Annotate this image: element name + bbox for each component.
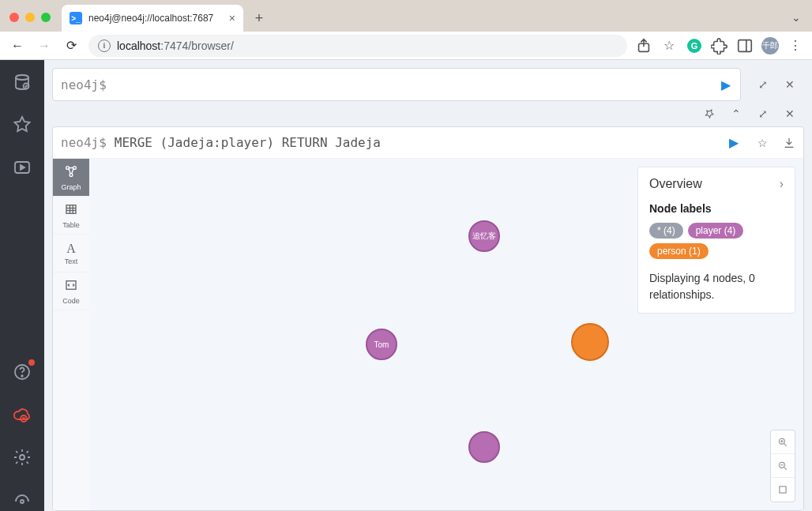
svg-rect-14 — [66, 205, 76, 213]
editor-prompt: neo4j$ — [53, 77, 115, 92]
browser-tab-strip: >_ neo4j@neo4j://localhost:7687 × + ⌄ — [0, 0, 812, 32]
rerun-button[interactable]: ▶ — [720, 135, 748, 150]
help-icon[interactable] — [11, 361, 33, 383]
database-icon[interactable] — [11, 71, 33, 93]
result-frame-toolbar: ⌃ ⤢ ✕ — [52, 106, 804, 122]
result-prompt: neo4j$ — [53, 135, 115, 150]
url-field[interactable]: i localhost:7474/browser/ — [88, 35, 627, 57]
label-pills: * (4)player (4)person (1) — [649, 223, 784, 259]
about-icon[interactable] — [11, 489, 33, 511]
guides-play-icon[interactable] — [11, 156, 33, 178]
overview-title: Overview — [649, 177, 702, 191]
collapse-up-icon[interactable]: ⌃ — [728, 106, 744, 122]
window-close-button[interactable] — [9, 13, 19, 22]
text-icon: A — [66, 242, 76, 256]
zoom-out-button[interactable] — [771, 454, 795, 478]
cloud-error-icon[interactable] — [11, 404, 33, 426]
svg-line-25 — [784, 467, 787, 469]
graph-node[interactable] — [571, 323, 609, 361]
table-icon — [64, 202, 78, 220]
graph-node[interactable]: Tom — [366, 329, 397, 360]
svg-rect-1 — [739, 39, 752, 51]
close-icon[interactable]: ✕ — [782, 106, 798, 122]
code-icon — [64, 278, 78, 295]
new-tab-button[interactable]: + — [248, 7, 270, 29]
main-editor[interactable]: neo4j$ ▶ — [52, 68, 741, 101]
share-icon[interactable] — [635, 37, 652, 54]
svg-point-7 — [21, 375, 23, 377]
overview-chevron-icon[interactable]: › — [780, 177, 784, 191]
main-editor-row: neo4j$ ▶ ⤢ ✕ — [52, 68, 804, 101]
back-button[interactable]: ← — [8, 36, 27, 55]
reload-button[interactable]: ⟳ — [62, 36, 81, 55]
graph-icon — [64, 164, 78, 182]
window-minimize-button[interactable] — [25, 13, 35, 22]
view-tabs: Graph Table A Text — [53, 159, 89, 510]
tab-label: Graph — [61, 183, 81, 191]
kebab-menu-icon[interactable]: ⋮ — [787, 37, 804, 54]
overview-panel: Overview › Node labels * (4)player (4)pe… — [637, 167, 795, 314]
tab-close-button[interactable]: × — [229, 12, 235, 24]
extensions-puzzle-icon[interactable] — [711, 37, 728, 54]
favorite-star-icon[interactable]: ☆ — [754, 135, 770, 151]
svg-point-9 — [20, 455, 24, 460]
neo4j-browser-app: neo4j$ ▶ ⤢ ✕ ⌃ ⤢ ✕ neo4j$ MERGE (Jadeja:… — [0, 60, 812, 511]
graph-node[interactable]: 追忆客 — [468, 220, 500, 252]
zoom-controls — [770, 430, 795, 502]
tab-text[interactable]: A Text — [53, 235, 89, 272]
side-panel-icon[interactable] — [736, 37, 754, 54]
forward-button[interactable]: → — [35, 36, 54, 55]
tabs-dropdown-button[interactable]: ⌄ — [791, 11, 801, 24]
window-controls — [9, 13, 51, 22]
tab-code[interactable]: Code — [53, 272, 89, 310]
tab-favicon: >_ — [70, 12, 82, 24]
zoom-fit-button[interactable] — [771, 478, 795, 502]
tab-graph[interactable]: Graph — [53, 159, 89, 197]
url-text: localhost:7474/browser/ — [117, 39, 234, 52]
fullscreen-icon[interactable]: ⤢ — [755, 106, 771, 122]
grammarly-extension-icon[interactable]: G — [686, 37, 703, 54]
svg-rect-27 — [780, 487, 786, 493]
result-body: Graph Table A Text — [53, 159, 803, 510]
svg-point-3 — [16, 75, 28, 80]
tab-label: Table — [62, 221, 80, 229]
graph-node[interactable] — [468, 431, 500, 463]
zoom-in-button[interactable] — [771, 430, 795, 454]
tab-table[interactable]: Table — [53, 197, 89, 235]
main-content: neo4j$ ▶ ⤢ ✕ ⌃ ⤢ ✕ neo4j$ MERGE (Jadeja:… — [44, 60, 812, 511]
app-sidebar — [0, 60, 44, 511]
label-pill[interactable]: person (1) — [649, 243, 709, 259]
browser-tab[interactable]: >_ neo4j@neo4j://localhost:7687 × — [62, 5, 243, 32]
bookmark-star-icon[interactable]: ☆ — [660, 37, 678, 54]
overview-status: Displaying 4 nodes, 0 relationships. — [649, 270, 784, 303]
favorites-star-icon[interactable] — [11, 114, 33, 136]
result-query-text: MERGE (Jadeja:player) RETURN Jadeja — [115, 135, 720, 150]
run-button[interactable]: ▶ — [712, 77, 740, 92]
svg-line-21 — [784, 443, 787, 445]
profile-avatar[interactable]: 千郎 — [761, 37, 779, 54]
tab-label: Code — [62, 297, 80, 305]
overview-subtitle: Node labels — [649, 202, 784, 215]
tab-label: Text — [65, 257, 78, 265]
pin-icon[interactable] — [701, 106, 717, 122]
tab-title: neo4j@neo4j://localhost:7687 — [88, 13, 223, 24]
settings-gear-icon[interactable] — [11, 446, 33, 468]
close-icon[interactable]: ✕ — [782, 77, 798, 92]
label-pill[interactable]: player (4) — [688, 223, 744, 239]
editor-tools: ⤢ ✕ — [749, 77, 804, 92]
label-pill[interactable]: * (4) — [649, 223, 683, 239]
site-info-icon[interactable]: i — [98, 39, 111, 52]
window-maximize-button[interactable] — [41, 13, 51, 22]
notification-dot — [28, 359, 35, 366]
fullscreen-icon[interactable]: ⤢ — [755, 77, 771, 92]
browser-toolbar: ← → ⟳ i localhost:7474/browser/ ☆ G 千郎 ⋮ — [0, 32, 812, 60]
download-icon[interactable] — [781, 135, 797, 151]
result-frame: neo4j$ MERGE (Jadeja:player) RETURN Jade… — [52, 126, 804, 511]
svg-point-10 — [21, 500, 24, 503]
result-query-row: neo4j$ MERGE (Jadeja:player) RETURN Jade… — [53, 127, 803, 159]
graph-canvas[interactable]: Overview › Node labels * (4)player (4)pe… — [89, 159, 803, 510]
